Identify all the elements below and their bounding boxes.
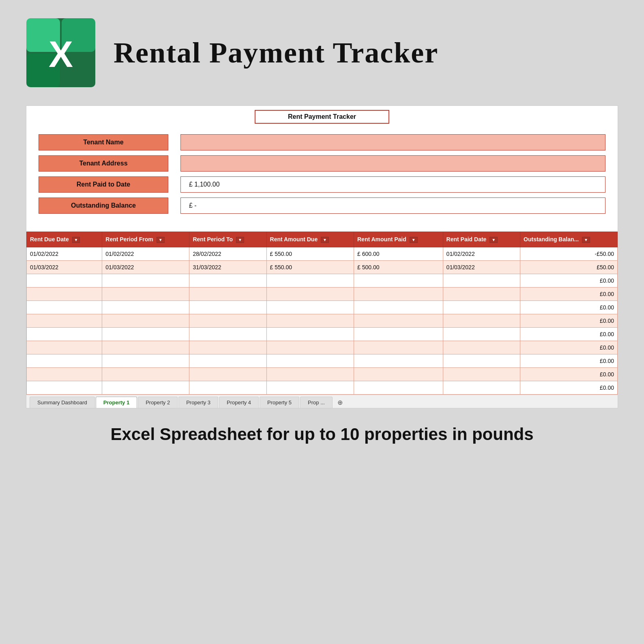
dropdown-arrow-icon[interactable]: ▼ [321,237,329,243]
table-cell[interactable] [27,381,102,395]
table-cell[interactable] [443,381,520,395]
table-cell[interactable]: £0.00 [520,354,618,368]
tab-property-5[interactable]: Property 5 [260,397,299,408]
table-cell[interactable]: £ 500.00 [354,261,443,274]
table-cell[interactable] [189,368,266,381]
table-cell[interactable] [266,381,354,395]
table-cell[interactable] [266,301,354,314]
table-cell[interactable] [27,328,102,341]
table-cell[interactable] [354,274,443,288]
table-cell[interactable]: £0.00 [520,368,618,381]
table-cell[interactable] [27,368,102,381]
table-cell[interactable] [27,341,102,354]
tab-property-2[interactable]: Property 2 [138,397,178,408]
table-cell[interactable] [102,328,189,341]
table-cell[interactable] [443,341,520,354]
table-row: 01/03/202201/03/202231/03/2022£ 550.00£ … [27,261,618,274]
table-cell[interactable] [443,274,520,288]
dropdown-arrow-icon[interactable]: ▼ [582,237,590,243]
dropdown-arrow-icon[interactable]: ▼ [236,237,244,243]
table-row: £0.00 [27,328,618,341]
tab-property-4[interactable]: Property 4 [219,397,259,408]
table-cell[interactable] [189,354,266,368]
table-cell[interactable]: £0.00 [520,274,618,288]
table-cell[interactable] [443,314,520,328]
table-cell[interactable]: £ 550.00 [266,247,354,261]
table-cell[interactable] [189,301,266,314]
table-cell[interactable] [354,328,443,341]
dropdown-arrow-icon[interactable]: ▼ [489,237,498,243]
table-cell[interactable] [189,328,266,341]
tab-property-1[interactable]: Property 1 [96,397,137,408]
table-cell[interactable]: 01/03/2022 [27,261,102,274]
table-cell[interactable] [266,354,354,368]
add-sheet-button[interactable]: ⊕ [333,397,347,408]
table-cell[interactable] [354,301,443,314]
table-cell[interactable] [27,301,102,314]
table-cell[interactable] [443,328,520,341]
tab-property-more[interactable]: Prop ... [300,397,333,408]
dropdown-arrow-icon[interactable]: ▼ [410,237,418,243]
tenant-address-value[interactable] [180,155,605,172]
table-cell[interactable] [189,274,266,288]
table-cell[interactable] [443,288,520,301]
table-row: £0.00 [27,274,618,288]
dropdown-arrow-icon[interactable]: ▼ [157,237,165,243]
tab-summary-dashboard[interactable]: Summary Dashboard [30,397,95,408]
table-cell[interactable] [27,314,102,328]
table-cell[interactable] [266,341,354,354]
table-cell[interactable] [102,381,189,395]
table-cell[interactable]: £0.00 [520,381,618,395]
table-cell[interactable] [102,314,189,328]
tenant-address-label: Tenant Address [39,155,168,172]
table-cell[interactable] [354,368,443,381]
table-cell[interactable]: £0.00 [520,341,618,354]
table-cell[interactable] [189,314,266,328]
table-cell[interactable]: 28/02/2022 [189,247,266,261]
table-cell[interactable] [189,288,266,301]
tab-property-3[interactable]: Property 3 [178,397,218,408]
col-outstanding-balance: Outstanding Balan... ▼ [520,232,618,247]
table-cell[interactable]: 01/02/2022 [102,247,189,261]
table-cell[interactable] [266,328,354,341]
table-cell[interactable] [189,341,266,354]
table-cell[interactable] [27,354,102,368]
table-cell[interactable]: £50.00 [520,261,618,274]
table-cell[interactable]: £0.00 [520,328,618,341]
table-cell[interactable] [266,274,354,288]
table-cell[interactable]: 01/02/2022 [27,247,102,261]
table-cell[interactable]: £0.00 [520,314,618,328]
table-cell[interactable] [27,274,102,288]
table-cell[interactable] [354,341,443,354]
table-cell[interactable] [266,288,354,301]
table-cell[interactable] [102,301,189,314]
table-cell[interactable] [354,314,443,328]
table-cell[interactable]: 01/02/2022 [443,247,520,261]
table-cell[interactable]: 31/03/2022 [189,261,266,274]
table-cell[interactable]: £0.00 [520,301,618,314]
table-cell[interactable] [27,288,102,301]
table-cell[interactable]: £0.00 [520,288,618,301]
table-cell[interactable] [102,288,189,301]
footer: Excel Spreadsheet for up to 10 propertie… [0,412,644,460]
dropdown-arrow-icon[interactable]: ▼ [72,237,80,243]
table-cell[interactable] [266,368,354,381]
table-cell[interactable] [189,381,266,395]
table-cell[interactable] [102,341,189,354]
table-cell[interactable] [354,354,443,368]
table-cell[interactable]: £ 600.00 [354,247,443,261]
tenant-name-value[interactable] [180,134,605,150]
table-cell[interactable] [443,301,520,314]
table-cell[interactable] [354,288,443,301]
table-cell[interactable] [266,314,354,328]
table-cell[interactable] [102,354,189,368]
table-cell[interactable] [443,368,520,381]
table-cell[interactable] [354,381,443,395]
table-cell[interactable]: 01/03/2022 [102,261,189,274]
table-cell[interactable] [102,274,189,288]
table-cell[interactable]: £ 550.00 [266,261,354,274]
table-cell[interactable] [443,354,520,368]
table-cell[interactable]: -£50.00 [520,247,618,261]
table-cell[interactable] [102,368,189,381]
table-cell[interactable]: 01/03/2022 [443,261,520,274]
